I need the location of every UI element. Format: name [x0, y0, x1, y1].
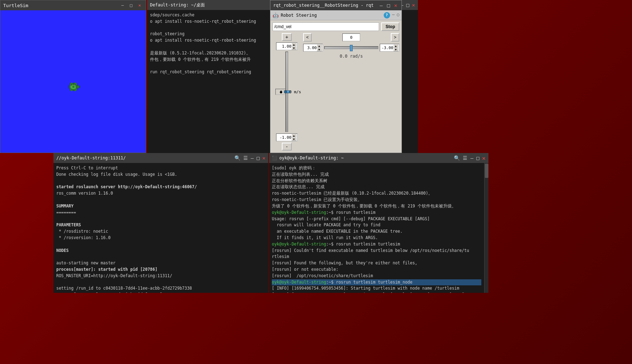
terminal-2-minimize-button[interactable]: — — [251, 155, 254, 161]
term-line: process[rosout-1]: started with pid [207… — [56, 292, 265, 293]
rqt-right-down[interactable]: ▼ — [393, 48, 398, 51]
rqt-stop-button[interactable]: Stop — [381, 22, 399, 31]
terminal-2: //oyk-Default-string:11311/ 🔍 ☰ — □ ✕ Pr… — [53, 153, 268, 293]
rqt-close2-icon[interactable]: ○ — [397, 12, 399, 19]
terminal-1-maximize-button[interactable]: □ — [406, 2, 409, 8]
term-line: [ INFO] [1699406754.905053456]: Starting… — [272, 285, 481, 292]
turtle-sprite — [66, 80, 81, 94]
term-line: an executable named EXECUTABLE in the PA… — [272, 228, 481, 235]
term-line: ros_comm version 1.16.0 — [56, 190, 265, 197]
term-line: 升级了 0 个软件包，新安装了 0 个软件包，要卸载 0 个软件包，有 219 … — [272, 203, 481, 210]
terminal-3-search-icon[interactable]: 🔍 — [454, 155, 460, 161]
rqt-right-up[interactable]: ▲ — [393, 44, 398, 48]
terminal-3-scroll-thumb[interactable] — [485, 164, 488, 178]
rqt-inner-bar: 🤖 Robot Steering ? — ○ — [270, 10, 402, 20]
term-line: 正在分析软件包的依赖关系树 — [272, 178, 481, 184]
term-line: [rosrun] Found the following, but they'r… — [272, 260, 481, 267]
rqt-left-speed-display: 3.00 ▲ ▼ — [303, 44, 323, 52]
term-line — [56, 197, 265, 203]
term-line — [56, 216, 265, 222]
rqt-h-slider-track[interactable] — [324, 46, 378, 49]
turtlesim-restore-button[interactable]: □ — [128, 2, 134, 9]
rqt-right-button[interactable]: > — [391, 33, 399, 42]
term-line: If it finds it, it will run it with ARGS… — [272, 235, 481, 241]
rqt-left-up[interactable]: ▲ — [317, 44, 322, 48]
term-line: auto-starting new master — [56, 260, 265, 267]
term-line: oyk@oyk-Default-string:~$ rosrun turtles… — [272, 210, 481, 216]
rqt-v-slider-container: 0 ● 0.0 m/s — [273, 52, 301, 132]
rqt-close-button[interactable]: ✕ — [393, 2, 399, 8]
svg-point-9 — [73, 84, 74, 85]
terminal-2-controls: 🔍 ☰ — □ ✕ — [234, 155, 265, 161]
terminal-2-title: //oyk-Default-string:11311/ — [56, 155, 126, 160]
turtlesim-minimize-button[interactable]: — — [119, 2, 126, 9]
svg-point-2 — [76, 85, 79, 88]
prompt-green: oyk@oyk-Default-string — [272, 280, 326, 285]
terminal-2-close-button[interactable]: ✕ — [263, 155, 265, 161]
term-line: [rosrun] /opt/ros/noetic/share/turtlesim — [272, 273, 481, 279]
turtlesim-window-controls: — □ ✕ — [119, 2, 143, 9]
terminal-3-minimize-button[interactable]: — — [470, 155, 473, 161]
turtlesim-window: TurtleSim — □ ✕ — [0, 0, 146, 153]
rqt-speed-min-down[interactable]: ▼ — [291, 137, 296, 141]
rqt-slider-area: + 1.00 ▲ ▼ 0 — [273, 33, 399, 151]
rqt-plus-row: + — [282, 33, 292, 41]
rqt-titlebar: rqt_robot_steering__RobotSteering - rqt … — [270, 0, 402, 10]
rqt-speed-indicator: ● — [280, 90, 282, 94]
rqt-speed-max-up[interactable]: ▲ — [291, 43, 296, 46]
terminal-2-maximize-button[interactable]: □ — [257, 155, 259, 161]
terminal-2-search-icon[interactable]: 🔍 — [234, 155, 240, 161]
terminal-3-menu-icon[interactable]: ☰ — [463, 155, 467, 161]
rqt-cmd-row: Stop — [273, 22, 399, 31]
terminal-3-body-wrapper: [sudo] oyk 的密码： 正在读取软件包列表... 完成 正在分析软件包的… — [269, 163, 488, 293]
rqt-window-controls: — □ ✕ — [378, 2, 399, 8]
svg-point-8 — [71, 84, 72, 86]
rqt-minimize-button[interactable]: — — [378, 2, 384, 8]
terminal-3-close-button[interactable]: ✕ — [482, 155, 486, 162]
rqt-left-down[interactable]: ▼ — [317, 48, 322, 51]
term-line: SUMMARY — [56, 203, 265, 210]
rqt-speed-plus-button[interactable]: + — [282, 33, 292, 41]
term-line — [56, 254, 265, 260]
term-line: ROS_MASTER_URI=http://oyk-Default-string… — [56, 273, 265, 279]
turtlesim-titlebar: TurtleSim — □ ✕ — [0, 0, 146, 10]
term-line: * /rosversion: 1.16.0 — [56, 235, 265, 241]
rqt-help-icon[interactable]: ? — [384, 12, 390, 19]
terminal-1-close-button[interactable]: ✕ — [412, 2, 415, 8]
terminal-2-titlebar: //oyk-Default-string:11311/ 🔍 ☰ — □ ✕ — [53, 153, 268, 163]
rqt-cmd-input[interactable] — [273, 22, 379, 31]
rqt-maximize-button[interactable]: □ — [385, 2, 391, 8]
term-line: Press Ctrl-C to interrupt — [56, 165, 265, 172]
rqt-left-speed-spinner: ▲ ▼ — [317, 44, 322, 51]
terminal-3-scrollbar[interactable] — [484, 163, 488, 293]
terminal-2-menu-icon[interactable]: ☰ — [243, 155, 248, 161]
term-line: ros-noetic-turtlesim 已设置为手动安装。 — [272, 197, 481, 203]
term-line: PARAMETERS — [56, 222, 265, 228]
rqt-dash-icon[interactable]: — — [392, 12, 395, 19]
term-line — [56, 279, 265, 286]
rqt-robot-icon: 🤖 — [273, 12, 279, 18]
turtlesim-close-button[interactable]: ✕ — [136, 2, 143, 9]
term-line: Usage: rosrun [--prefix cmd] [--debug] P… — [272, 216, 481, 222]
rqt-speed-max-down[interactable]: ▼ — [291, 46, 296, 50]
term-line: 正在读取软件包列表... 完成 — [272, 172, 481, 178]
term-line: [rosrun] Couldn't find executable named … — [272, 248, 481, 260]
rqt-speed-minus-button[interactable]: - — [282, 143, 292, 151]
term-line: rosrun will locate PACKAGE and try to fi… — [272, 222, 481, 228]
rqt-speed-max-display: 1.00 ▲ ▼ — [276, 42, 297, 50]
rqt-horizontal-section: < 0 > 3.00 ▲ ▼ — [303, 33, 399, 151]
rqt-speed-min-spinner: ▲ ▼ — [291, 134, 296, 141]
terminal-2-content: Press Ctrl-C to interrupt Done checking … — [53, 163, 268, 293]
rqt-h-slider-row: 3.00 ▲ ▼ -3.00 ▲ ▼ — [303, 44, 399, 52]
rqt-title: rqt_robot_steering__RobotSteering - rqt — [273, 3, 374, 8]
terminal-3-maximize-button[interactable]: □ — [476, 155, 479, 161]
term-line: NODES — [56, 248, 265, 254]
svg-point-10 — [74, 84, 76, 86]
rqt-left-button[interactable]: < — [303, 33, 312, 42]
rqt-speed-min-up[interactable]: ▲ — [291, 134, 296, 137]
rqt-h-slider-thumb[interactable] — [350, 45, 353, 51]
rqt-speed-label: ● 0.0 m/s — [280, 90, 301, 94]
term-line: oyk@oyk-Default-string:~$ rosrun turtles… — [272, 241, 481, 248]
rqt-angular-display: 0.0 rad/s — [303, 54, 399, 59]
terminal-3-title: oyk@oyk-Default-string: ~ — [279, 155, 344, 160]
